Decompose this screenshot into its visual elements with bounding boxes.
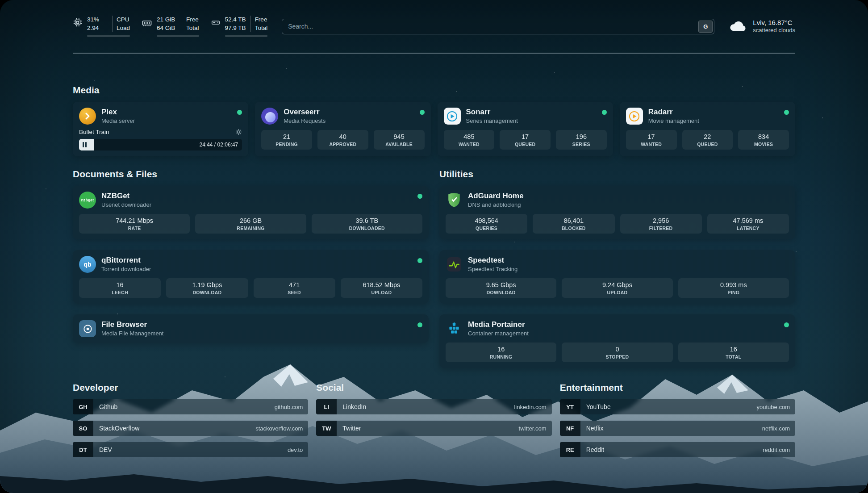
bookmark-name: DEV <box>99 446 112 453</box>
bookmark-url: github.com <box>275 404 303 410</box>
stat-leech: 16 LEECH <box>79 278 161 298</box>
weather-location-temp: Lviv, 16.87°C <box>753 18 795 27</box>
now-playing-title: Bullet Train <box>79 129 235 135</box>
radarr-stats: 17 WANTED 22 QUEUED 834 MOVIES <box>626 130 789 150</box>
plex-header: Plex Media server <box>79 108 242 125</box>
bookmark-badge: SO <box>73 421 93 436</box>
bookmark-reddit[interactable]: RE Reddit reddit.com <box>560 442 795 457</box>
search-input[interactable] <box>282 19 714 34</box>
documents-column: Documents & Files nzbget NZBGet Usenet d… <box>73 169 429 368</box>
stat-ping: 0.993 ms PING <box>678 278 789 298</box>
app-card-sonarr[interactable]: Sonarr Series management 485 WANTED 17 Q… <box>438 102 613 156</box>
app-card-overseerr[interactable]: Overseerr Media Requests 21 PENDING 40 A… <box>255 102 430 156</box>
stat-seed: 471 SEED <box>254 278 335 298</box>
search-provider-button[interactable]: G <box>698 21 713 33</box>
cpu-load-value: 2.94 <box>87 24 112 33</box>
bookmark-youtube[interactable]: YT YouTube youtube.com <box>560 399 795 414</box>
app-name: Radarr <box>648 108 779 117</box>
stat-label: REMAINING <box>197 226 304 231</box>
bookmark-name: Github <box>99 403 117 410</box>
bookmark-url: netflix.com <box>762 425 790 432</box>
stat-queued: 17 QUEUED <box>500 130 551 150</box>
app-name: NZBGet <box>101 192 412 201</box>
portainer-icon <box>446 320 463 337</box>
app-card-qbittorrent[interactable]: qb qBittorrent Torrent downloader 16 <box>73 250 429 304</box>
cpu-usage-label: CPU <box>112 16 130 24</box>
speedtest-icon <box>446 256 463 273</box>
memory-total-label: Total <box>182 24 199 33</box>
status-dot <box>784 322 789 327</box>
sonarr-icon <box>444 108 461 125</box>
gear-icon[interactable] <box>235 129 242 135</box>
bookmarks-entertainment: Entertainment YT YouTube youtube.com NF … <box>560 382 795 464</box>
pause-icon[interactable] <box>83 142 87 147</box>
bookmark-stackoverflow[interactable]: SO StackOverflow stackoverflow.com <box>73 421 308 436</box>
bookmark-badge: TW <box>316 421 337 436</box>
section-title-utilities: Utilities <box>439 169 795 180</box>
dashboard-screen: 31% CPU 2.94 Load 21 <box>0 0 868 493</box>
stat-label: DOWNLOADED <box>313 226 421 231</box>
bookmark-name: LinkedIn <box>342 403 366 410</box>
stat-label: APPROVED <box>319 142 367 147</box>
section-title-entertainment: Entertainment <box>560 382 795 393</box>
system-resources: 31% CPU 2.94 Load 21 <box>73 16 267 38</box>
stat-value: 40 <box>319 133 367 140</box>
app-card-adguard[interactable]: AdGuard Home DNS and adblocking 498,564 … <box>439 186 795 239</box>
stat-label: QUERIES <box>447 226 526 231</box>
app-card-radarr[interactable]: Radarr Movie management 17 WANTED 22 QUE… <box>620 102 795 156</box>
bookmark-twitter[interactable]: TW Twitter twitter.com <box>316 421 551 436</box>
section-title-media: Media <box>73 85 795 96</box>
stat-label: QUEUED <box>684 142 731 147</box>
stat-value: 618.52 Mbps <box>342 281 421 288</box>
stat-label: SEED <box>255 290 334 295</box>
app-card-nzbget[interactable]: nzbget NZBGet Usenet downloader 744.21 M… <box>73 186 429 239</box>
stat-label: DOWNLOAD <box>168 290 246 295</box>
stat-label: SERIES <box>558 142 605 147</box>
app-card-plex[interactable]: Plex Media server Bullet Train <box>73 102 248 156</box>
top-bar: 31% CPU 2.94 Load 21 <box>73 0 795 54</box>
status-dot <box>417 322 422 327</box>
cpu-widget: 31% CPU 2.94 Load <box>73 16 130 38</box>
bookmarks-area: Developer GH Github github.com SO StackO… <box>73 382 795 464</box>
bookmark-github[interactable]: GH Github github.com <box>73 399 308 414</box>
nzbget-icon-text: nzbget <box>81 198 94 202</box>
qbittorrent-icon-text: qb <box>83 261 91 268</box>
app-description: Media Requests <box>284 117 414 125</box>
nzbget-stats: 744.21 Mbps RATE 266 GB REMAINING 39.6 T… <box>79 214 422 234</box>
stat-label: WANTED <box>628 142 675 147</box>
bookmark-linkedin[interactable]: LI LinkedIn linkedin.com <box>316 399 551 414</box>
stat-value: 485 <box>446 133 493 140</box>
stat-rate: 744.21 Mbps RATE <box>79 214 190 234</box>
memory-readout: 21 GiB Free 64 GiB Total <box>157 16 199 38</box>
bookmark-badge: GH <box>73 399 93 414</box>
app-card-portainer[interactable]: Media Portainer Container management 16 … <box>439 314 795 368</box>
memory-free-value: 21 GiB <box>157 16 182 24</box>
stat-value: 0 <box>563 346 671 353</box>
stat-value: 9.65 Gbps <box>447 281 555 288</box>
bookmarks-social: Social LI LinkedIn linkedin.com TW Twitt… <box>316 382 551 464</box>
bookmark-netflix[interactable]: NF Netflix netflix.com <box>560 421 795 436</box>
radarr-icon <box>626 108 643 125</box>
stat-value: 22 <box>684 133 731 140</box>
app-description: Media server <box>101 117 232 125</box>
stat-value: 471 <box>255 281 334 288</box>
stat-label: TOTAL <box>680 354 787 359</box>
app-card-filebrowser[interactable]: File Browser Media File Management <box>73 314 429 343</box>
stat-label: STOPPED <box>563 354 671 359</box>
qbittorrent-stats: 16 LEECH 1.19 Gbps DOWNLOAD 471 SEED <box>79 278 422 298</box>
bookmark-badge: DT <box>73 442 93 457</box>
stat-label: FILTERED <box>622 226 700 231</box>
stat-value: 16 <box>81 281 159 288</box>
memory-progress-bar <box>157 35 199 37</box>
stat-latency: 47.569 ms LATENCY <box>707 214 789 234</box>
bookmark-name: Twitter <box>342 425 361 432</box>
stat-total: 16 TOTAL <box>678 343 789 362</box>
bookmark-url: stackoverflow.com <box>255 425 303 432</box>
bookmark-dev[interactable]: DT DEV dev.to <box>73 442 308 457</box>
app-card-speedtest[interactable]: Speedtest Speedtest Tracking 9.65 Gbps D… <box>439 250 795 304</box>
stat-value: 266 GB <box>197 217 304 224</box>
app-description: Usenet downloader <box>101 201 412 209</box>
stat-value: 39.6 TB <box>313 217 421 224</box>
sonarr-stats: 485 WANTED 17 QUEUED 196 SERIES <box>444 130 607 150</box>
overseerr-stats: 21 PENDING 40 APPROVED 945 AVAILABLE <box>261 130 424 150</box>
